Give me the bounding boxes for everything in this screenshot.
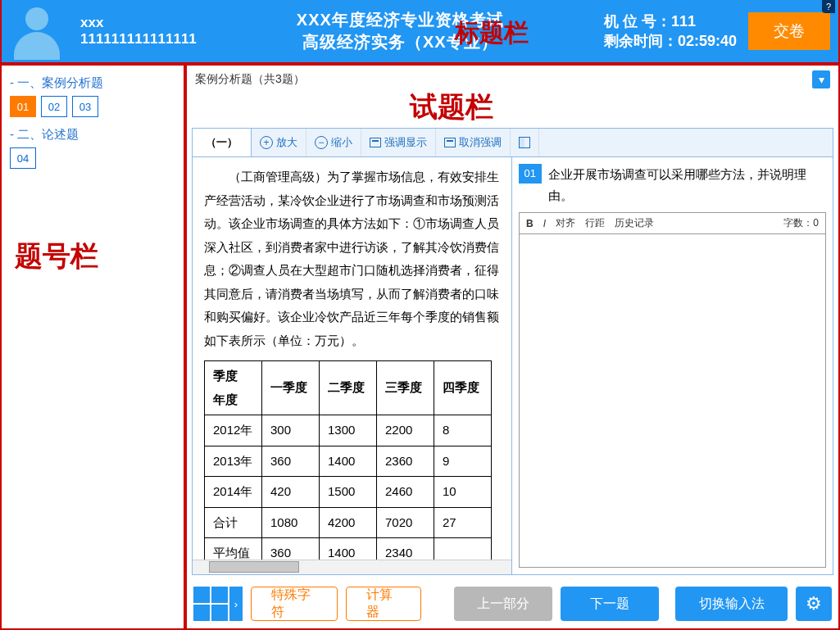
align-button[interactable]: 对齐 [556, 216, 575, 230]
highlight-icon [370, 138, 381, 147]
prev-section-button[interactable]: 上一部分 [454, 587, 552, 621]
data-table: 季度 年度一季度二季度三季度四季度2012年3001300220082013年3… [204, 360, 492, 569]
passage-panel: （工商管理高级）为了掌握市场信息，有效安排生产经营活动，某冷饮企业进行了市场调查… [193, 157, 512, 574]
editor-toolbar: B I 对齐 行距 历史记录 字数：0 [519, 212, 826, 234]
chevron-right-icon[interactable]: › [229, 587, 243, 621]
passage-text: （工商管理高级）为了掌握市场信息，有效安排生产经营活动，某冷饮企业进行了市场调查… [204, 165, 506, 352]
bottom-bar: › 特殊字符 计算器 上一部分 下一题 切换输入法 [187, 580, 838, 629]
question-number[interactable]: 02 [41, 96, 67, 117]
unhighlight-icon [444, 138, 456, 147]
question-prompt: 企业开展市场调查可以采用哪些方法，并说明理由。 [548, 164, 826, 206]
word-count: 字数：0 [783, 216, 819, 230]
exam-title-1: XXX年度经济专业资格考试 [297, 9, 504, 31]
avatar [8, 2, 66, 60]
question-number[interactable]: 04 [10, 147, 36, 169]
question-number[interactable]: 01 [10, 96, 36, 117]
history-button[interactable]: 历史记录 [615, 216, 654, 230]
minus-icon: − [315, 136, 328, 149]
answer-panel: 01 企业开展市场调查可以采用哪些方法，并说明理由。 B I 对齐 行距 历史记… [512, 157, 833, 574]
submit-button[interactable]: 交卷 [748, 12, 830, 50]
special-chars-button[interactable]: 特殊字符 [251, 587, 338, 621]
question-nav-panel: 一、案例分析题010203二、论述题04 [0, 64, 185, 630]
section-title: 案例分析题（共3题） [195, 72, 305, 87]
passage-tab[interactable]: （一） [193, 129, 252, 156]
split-icon [519, 137, 530, 148]
sidebar-section[interactable]: 二、论述题 [10, 127, 175, 143]
zoom-out-button[interactable]: −缩小 [306, 129, 361, 156]
candidate-id: 111111111111111 [80, 31, 197, 48]
line-spacing-button[interactable]: 行距 [585, 216, 605, 230]
nav-grid[interactable]: › [193, 587, 243, 621]
sidebar-section[interactable]: 一、案例分析题 [10, 75, 175, 91]
title-bar: xxx 111111111111111 XXX年度经济专业资格考试 高级经济实务… [0, 0, 840, 64]
next-question-button[interactable]: 下一题 [561, 587, 659, 621]
help-icon[interactable]: ? [822, 0, 835, 13]
highlight-button[interactable]: 强调显示 [361, 129, 436, 156]
passage-toolbar: （一） +放大 −缩小 强调显示 取消强调 [193, 129, 833, 157]
layout-split-button[interactable] [511, 129, 539, 156]
gear-icon [806, 593, 822, 614]
horizontal-scrollbar[interactable] [193, 560, 511, 574]
calculator-button[interactable]: 计算器 [346, 587, 421, 621]
question-number[interactable]: 03 [72, 96, 98, 117]
question-badge: 01 [519, 164, 542, 184]
zoom-in-button[interactable]: +放大 [252, 129, 306, 156]
settings-button[interactable] [796, 587, 832, 621]
candidate-name: xxx [80, 15, 197, 31]
unhighlight-button[interactable]: 取消强调 [436, 129, 511, 156]
collapse-icon[interactable]: ▾ [812, 70, 830, 88]
bold-button[interactable]: B [526, 218, 534, 229]
answer-editor[interactable] [519, 234, 826, 568]
seat-line: 机 位 号：111 [604, 11, 737, 31]
time-line: 剩余时间：02:59:40 [604, 31, 737, 51]
question-area: 案例分析题（共3题） ▾ （一） +放大 −缩小 强调显示 取消强调 （工商管理… [185, 64, 840, 630]
exam-title-2: 高级经济实务（XX专业） [302, 31, 498, 53]
plus-icon: + [260, 136, 273, 149]
switch-ime-button[interactable]: 切换输入法 [675, 587, 788, 621]
italic-button[interactable]: I [543, 218, 546, 229]
